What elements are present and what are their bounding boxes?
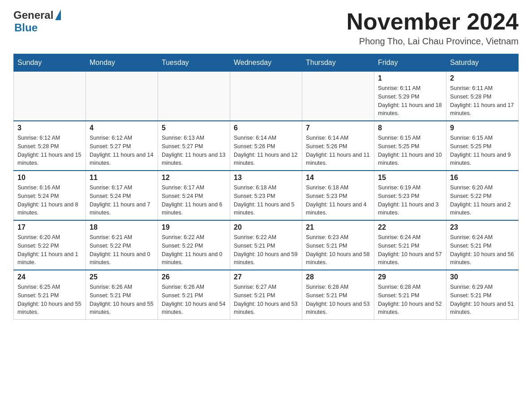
day-number: 23 — [450, 223, 515, 231]
table-row: 27Sunrise: 6:27 AMSunset: 5:21 PMDayligh… — [230, 270, 302, 320]
day-info: Sunrise: 6:29 AMSunset: 5:21 PMDaylight:… — [450, 283, 515, 317]
day-info: Sunrise: 6:19 AMSunset: 5:23 PMDaylight:… — [378, 184, 442, 217]
table-row: 9Sunrise: 6:15 AMSunset: 5:25 PMDaylight… — [446, 121, 519, 171]
day-number: 17 — [17, 223, 82, 231]
col-monday: Monday — [86, 54, 158, 72]
day-number: 8 — [378, 124, 442, 132]
table-row: 17Sunrise: 6:20 AMSunset: 5:22 PMDayligh… — [14, 220, 86, 270]
logo: General Blue — [13, 9, 61, 34]
table-row — [158, 72, 230, 121]
week-row-4: 17Sunrise: 6:20 AMSunset: 5:22 PMDayligh… — [14, 220, 519, 270]
day-number: 22 — [378, 223, 442, 231]
col-tuesday: Tuesday — [158, 54, 230, 72]
day-number: 12 — [162, 174, 226, 182]
table-row — [86, 72, 158, 121]
day-info: Sunrise: 6:14 AMSunset: 5:26 PMDaylight:… — [234, 134, 298, 167]
table-row: 18Sunrise: 6:21 AMSunset: 5:22 PMDayligh… — [86, 220, 158, 270]
day-number: 24 — [17, 273, 82, 281]
day-info: Sunrise: 6:25 AMSunset: 5:21 PMDaylight:… — [17, 283, 82, 317]
day-number: 26 — [162, 273, 226, 281]
day-number: 9 — [450, 124, 515, 132]
day-info: Sunrise: 6:22 AMSunset: 5:21 PMDaylight:… — [234, 233, 298, 267]
day-info: Sunrise: 6:17 AMSunset: 5:24 PMDaylight:… — [90, 184, 154, 217]
day-number: 30 — [450, 273, 515, 281]
location-title: Phong Tho, Lai Chau Province, Vietnam — [347, 36, 519, 47]
table-row — [14, 72, 86, 121]
day-info: Sunrise: 6:20 AMSunset: 5:22 PMDaylight:… — [17, 233, 82, 267]
day-number: 3 — [17, 124, 82, 132]
day-info: Sunrise: 6:24 AMSunset: 5:21 PMDaylight:… — [378, 233, 442, 267]
day-info: Sunrise: 6:22 AMSunset: 5:22 PMDaylight:… — [162, 233, 226, 267]
day-info: Sunrise: 6:18 AMSunset: 5:23 PMDaylight:… — [234, 184, 298, 217]
table-row: 5Sunrise: 6:13 AMSunset: 5:27 PMDaylight… — [158, 121, 230, 171]
day-info: Sunrise: 6:12 AMSunset: 5:28 PMDaylight:… — [17, 134, 82, 167]
day-number: 5 — [162, 124, 226, 132]
table-row: 16Sunrise: 6:20 AMSunset: 5:22 PMDayligh… — [446, 171, 519, 220]
day-number: 19 — [162, 223, 226, 231]
table-row — [302, 72, 374, 121]
day-info: Sunrise: 6:12 AMSunset: 5:27 PMDaylight:… — [90, 134, 154, 167]
table-row: 11Sunrise: 6:17 AMSunset: 5:24 PMDayligh… — [86, 171, 158, 220]
table-row: 14Sunrise: 6:18 AMSunset: 5:23 PMDayligh… — [302, 171, 374, 220]
title-block: November 2024 Phong Tho, Lai Chau Provin… — [347, 9, 519, 47]
day-number: 15 — [378, 174, 442, 182]
table-row: 12Sunrise: 6:17 AMSunset: 5:24 PMDayligh… — [158, 171, 230, 220]
table-row — [230, 72, 302, 121]
day-info: Sunrise: 6:16 AMSunset: 5:24 PMDaylight:… — [17, 184, 82, 217]
day-number: 13 — [234, 174, 298, 182]
day-info: Sunrise: 6:23 AMSunset: 5:21 PMDaylight:… — [306, 233, 370, 267]
week-row-3: 10Sunrise: 6:16 AMSunset: 5:24 PMDayligh… — [14, 171, 519, 220]
day-info: Sunrise: 6:24 AMSunset: 5:21 PMDaylight:… — [450, 233, 515, 267]
table-row: 3Sunrise: 6:12 AMSunset: 5:28 PMDaylight… — [14, 121, 86, 171]
logo-general-text: General — [13, 9, 53, 21]
col-friday: Friday — [374, 54, 446, 72]
day-number: 1 — [378, 74, 442, 82]
day-info: Sunrise: 6:15 AMSunset: 5:25 PMDaylight:… — [450, 134, 515, 167]
day-number: 4 — [90, 124, 154, 132]
table-row: 15Sunrise: 6:19 AMSunset: 5:23 PMDayligh… — [374, 171, 446, 220]
day-info: Sunrise: 6:11 AMSunset: 5:28 PMDaylight:… — [450, 84, 515, 118]
table-row: 26Sunrise: 6:26 AMSunset: 5:21 PMDayligh… — [158, 270, 230, 320]
logo-blue-text: Blue — [14, 21, 38, 34]
day-info: Sunrise: 6:26 AMSunset: 5:21 PMDaylight:… — [90, 283, 154, 317]
day-number: 10 — [17, 174, 82, 182]
month-title: November 2024 — [347, 9, 519, 34]
day-number: 7 — [306, 124, 370, 132]
col-sunday: Sunday — [14, 54, 86, 72]
table-row: 10Sunrise: 6:16 AMSunset: 5:24 PMDayligh… — [14, 171, 86, 220]
col-wednesday: Wednesday — [230, 54, 302, 72]
calendar-header-row: Sunday Monday Tuesday Wednesday Thursday… — [14, 54, 519, 72]
week-row-2: 3Sunrise: 6:12 AMSunset: 5:28 PMDaylight… — [14, 121, 519, 171]
day-number: 28 — [306, 273, 370, 281]
logo-triangle-icon — [55, 9, 61, 20]
day-info: Sunrise: 6:17 AMSunset: 5:24 PMDaylight:… — [162, 184, 226, 217]
day-info: Sunrise: 6:15 AMSunset: 5:25 PMDaylight:… — [378, 134, 442, 167]
table-row: 13Sunrise: 6:18 AMSunset: 5:23 PMDayligh… — [230, 171, 302, 220]
day-info: Sunrise: 6:14 AMSunset: 5:26 PMDaylight:… — [306, 134, 370, 167]
week-row-1: 1Sunrise: 6:11 AMSunset: 5:29 PMDaylight… — [14, 72, 519, 121]
day-number: 20 — [234, 223, 298, 231]
col-thursday: Thursday — [302, 54, 374, 72]
day-info: Sunrise: 6:26 AMSunset: 5:21 PMDaylight:… — [162, 283, 226, 317]
day-info: Sunrise: 6:28 AMSunset: 5:21 PMDaylight:… — [378, 283, 442, 317]
table-row: 4Sunrise: 6:12 AMSunset: 5:27 PMDaylight… — [86, 121, 158, 171]
day-info: Sunrise: 6:28 AMSunset: 5:21 PMDaylight:… — [306, 283, 370, 317]
table-row: 20Sunrise: 6:22 AMSunset: 5:21 PMDayligh… — [230, 220, 302, 270]
day-number: 18 — [90, 223, 154, 231]
day-info: Sunrise: 6:20 AMSunset: 5:22 PMDaylight:… — [450, 184, 515, 217]
table-row: 23Sunrise: 6:24 AMSunset: 5:21 PMDayligh… — [446, 220, 519, 270]
day-number: 29 — [378, 273, 442, 281]
table-row: 30Sunrise: 6:29 AMSunset: 5:21 PMDayligh… — [446, 270, 519, 320]
table-row: 25Sunrise: 6:26 AMSunset: 5:21 PMDayligh… — [86, 270, 158, 320]
table-row: 24Sunrise: 6:25 AMSunset: 5:21 PMDayligh… — [14, 270, 86, 320]
table-row: 19Sunrise: 6:22 AMSunset: 5:22 PMDayligh… — [158, 220, 230, 270]
day-info: Sunrise: 6:13 AMSunset: 5:27 PMDaylight:… — [162, 134, 226, 167]
day-number: 16 — [450, 174, 515, 182]
day-number: 25 — [90, 273, 154, 281]
calendar-table: Sunday Monday Tuesday Wednesday Thursday… — [13, 54, 519, 320]
day-number: 11 — [90, 174, 154, 182]
table-row: 7Sunrise: 6:14 AMSunset: 5:26 PMDaylight… — [302, 121, 374, 171]
table-row: 29Sunrise: 6:28 AMSunset: 5:21 PMDayligh… — [374, 270, 446, 320]
day-info: Sunrise: 6:18 AMSunset: 5:23 PMDaylight:… — [306, 184, 370, 217]
day-number: 2 — [450, 74, 515, 82]
